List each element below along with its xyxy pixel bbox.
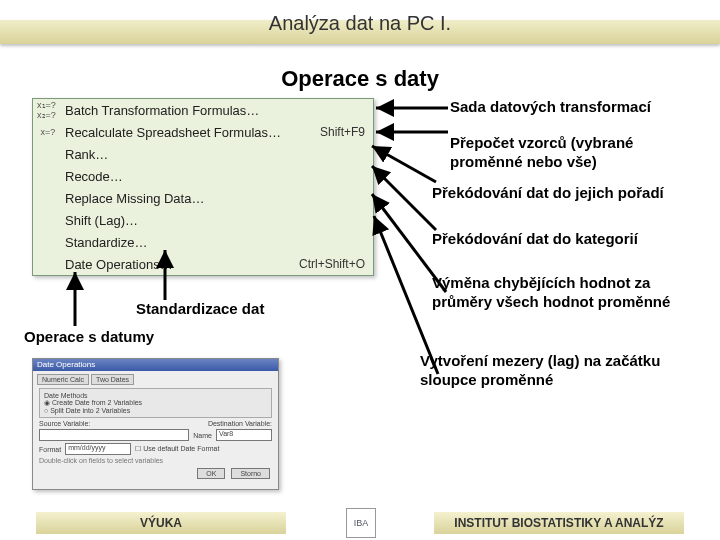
cancel-button[interactable]: Storno — [231, 468, 270, 479]
svg-line-2 — [372, 146, 436, 182]
annotation: Překódování dat do jejich pořadí — [432, 184, 692, 203]
svg-line-3 — [372, 166, 436, 230]
checkbox[interactable]: ☐ Use default Date Format — [135, 445, 219, 453]
date-operations-dialog: Date Operations Numeric Calc Two Dates D… — [32, 358, 279, 490]
menu-item-shortcut: Shift+F9 — [320, 125, 365, 139]
annotation: Překódování dat do kategorií — [432, 230, 712, 249]
field-label: Format — [39, 446, 61, 453]
hint-text: Double-click on fields to select variabl… — [39, 457, 163, 464]
menu-item-batch-transform[interactable]: x₁=? x₂=? Batch Transformation Formulas… — [33, 99, 373, 121]
footer-left: VÝUKA — [36, 512, 286, 534]
arrow-icon — [60, 268, 90, 328]
dialog-tab[interactable]: Two Dates — [91, 374, 134, 385]
menu-item-label: Date Operations… — [65, 257, 293, 272]
annotation: Vytvoření mezery (lag) na začátku sloupc… — [420, 352, 710, 390]
menu-item-label: Recalculate Spreadsheet Formulas… — [65, 125, 314, 140]
field-label: Source Variable: — [39, 420, 90, 427]
arrow-icon — [368, 138, 438, 186]
arrow-icon — [370, 94, 450, 124]
menu-item-label: Recode… — [65, 169, 365, 184]
formula-icon: x=? — [37, 124, 59, 140]
data-operations-menu: x₁=? x₂=? Batch Transformation Formulas…… — [32, 98, 374, 276]
ok-button[interactable]: OK — [197, 468, 225, 479]
formula-icon: x₁=? x₂=? — [37, 102, 59, 118]
menu-item-label: Standardize… — [65, 235, 365, 250]
menu-item-standardize[interactable]: Standardize… — [33, 231, 373, 253]
arrow-icon — [368, 158, 438, 234]
field-label: Name — [193, 432, 212, 439]
dialog-group: Date Methods ◉ Create Date from 2 Variab… — [39, 388, 272, 418]
annotation: Přepočet vzorců (vybrané proměnné nebo v… — [450, 134, 710, 172]
radio-option[interactable]: ○ Split Date into 2 Variables — [44, 407, 267, 414]
menu-item-label: Replace Missing Data… — [65, 191, 365, 206]
menu-item-replace-missing[interactable]: Replace Missing Data… — [33, 187, 373, 209]
stage: x₁=? x₂=? Batch Transformation Formulas…… — [0, 98, 720, 458]
footer: VÝUKA IBA INSTITUT BIOSTATISTIKY A ANALÝ… — [0, 506, 720, 540]
annotation: Výměna chybějících hodnot za průměry vše… — [432, 274, 702, 312]
field-label: Destination Variable: — [208, 420, 272, 427]
logo-icon: IBA — [346, 508, 376, 538]
title-bar: Analýza dat na PC I. — [0, 12, 720, 52]
menu-item-label: Rank… — [65, 147, 365, 162]
name-input[interactable]: Var8 — [216, 429, 272, 441]
page-title: Analýza dat na PC I. — [0, 12, 720, 35]
dialog-title: Date Operations — [33, 359, 278, 371]
group-title: Date Methods — [44, 392, 267, 399]
radio-option[interactable]: ◉ Create Date from 2 Variables — [44, 399, 267, 407]
annotation: Sada datových transformací — [450, 98, 710, 117]
menu-item-rank[interactable]: Rank… — [33, 143, 373, 165]
dialog-tab[interactable]: Numeric Calc — [37, 374, 89, 385]
menu-item-label: Batch Transformation Formulas… — [65, 103, 359, 118]
menu-item-label: Shift (Lag)… — [65, 213, 365, 228]
menu-item-recode[interactable]: Recode… — [33, 165, 373, 187]
footer-right: INSTITUT BIOSTATISTIKY A ANALÝZ — [434, 512, 684, 534]
annotation: Operace s datumy — [24, 328, 224, 347]
menu-item-date-operations[interactable]: Date Operations… Ctrl+Shift+O — [33, 253, 373, 275]
format-input[interactable]: mm/dd/yyyy — [65, 443, 131, 455]
source-variable-input[interactable] — [39, 429, 189, 441]
svg-line-5 — [374, 216, 438, 374]
annotation: Standardizace dat — [136, 300, 336, 319]
menu-item-recalculate[interactable]: x=? Recalculate Spreadsheet Formulas… Sh… — [33, 121, 373, 143]
arrow-icon — [370, 118, 450, 148]
section-title: Operace s daty — [0, 66, 720, 92]
menu-item-shortcut: Ctrl+Shift+O — [299, 257, 365, 271]
menu-item-shift-lag[interactable]: Shift (Lag)… — [33, 209, 373, 231]
